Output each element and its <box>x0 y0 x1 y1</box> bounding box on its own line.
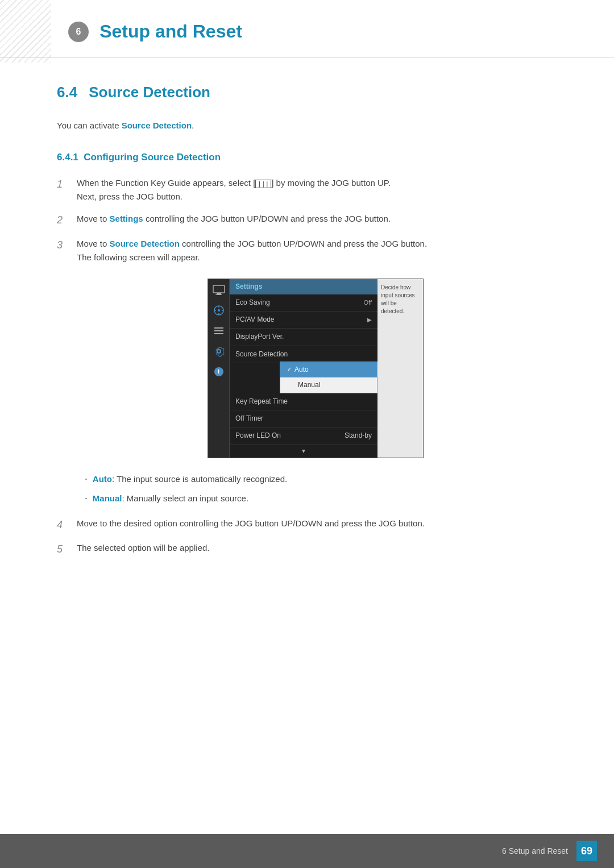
auto-checkmark: ✓ <box>287 365 292 374</box>
monitor-hamburger-icon <box>213 325 225 337</box>
step-number-3: 3 <box>57 237 68 254</box>
intro-end: . <box>192 121 194 130</box>
eco-saving-label: Eco Saving <box>235 297 270 308</box>
chapter-circle: 6 <box>68 22 89 42</box>
monitor-ui-container: i Settings Eco Saving Off PC/AV Mode ▶ D… <box>74 279 557 458</box>
section-number: 6.4 <box>57 81 77 105</box>
monitor-menu: Settings Eco Saving Off PC/AV Mode ▶ Dis… <box>230 279 377 458</box>
monitor-display-icon <box>213 284 225 296</box>
menu-down-arrow: ▼ <box>230 445 377 458</box>
monitor-settings-circle-icon <box>213 304 225 317</box>
power-led-value: Stand-by <box>345 430 372 441</box>
page-title: Setup and Reset <box>99 21 242 41</box>
monitor-ui: i Settings Eco Saving Off PC/AV Mode ▶ D… <box>208 279 424 458</box>
monitor-sidebar-icons: i <box>208 279 230 458</box>
svg-rect-1 <box>217 293 221 294</box>
dropdown-manual: Manual <box>280 377 377 393</box>
eco-saving-value: Off <box>364 298 372 308</box>
step-text-5: The selected option will be applied. <box>77 541 557 555</box>
steps-list: 1 When the Function Key Guide appears, s… <box>57 176 557 264</box>
step-item-4: 4 Move to the desired option controlling… <box>57 517 557 533</box>
menu-item-power-led: Power LED On Stand-by <box>230 427 377 444</box>
bullet-list: • Auto: The input source is automaticall… <box>85 472 557 505</box>
section-title: Source Detection <box>89 81 210 105</box>
svg-rect-0 <box>213 285 225 293</box>
footer-page-number: 69 <box>576 841 597 861</box>
pcav-arrow: ▶ <box>367 315 372 325</box>
intro-paragraph: You can activate Source Detection. <box>57 119 557 132</box>
monitor-tooltip: Decide how input sources will be detecte… <box>377 279 423 458</box>
settings-bold: Settings <box>110 214 143 223</box>
subsection-title: Configuring Source Detection <box>84 152 221 163</box>
bullet-item-manual: • Manual: Manually select an input sourc… <box>85 492 557 505</box>
page-header: 6 Setup and Reset <box>0 0 614 58</box>
hamburger-line-2 <box>214 330 223 331</box>
bullet-dot-auto: • <box>85 476 87 483</box>
step-text-1: When the Function Key Guide appears, sel… <box>77 176 557 203</box>
auto-label: Auto <box>294 364 309 375</box>
step-text-2: Move to Settings controlling the JOG but… <box>77 212 557 226</box>
displayport-label: DisplayPort Ver. <box>235 331 284 342</box>
monitor-gear-icon <box>213 345 225 358</box>
hamburger-line-3 <box>214 333 223 334</box>
step-text-3: Move to Source Detection controlling the… <box>77 237 557 264</box>
key-repeat-label: Key Repeat Time <box>235 396 288 407</box>
svg-rect-2 <box>215 294 222 295</box>
bullet-text-manual: Manual: Manually select an input source. <box>93 492 248 505</box>
subsection-number: 6.4.1 <box>57 152 84 163</box>
page-footer: 6 Setup and Reset 69 <box>0 834 614 868</box>
hamburger-line-1 <box>214 327 223 329</box>
main-content: 6.4 Source Detection You can activate So… <box>0 58 614 614</box>
step-number-5: 5 <box>57 541 68 558</box>
bullet-item-auto: • Auto: The input source is automaticall… <box>85 472 557 486</box>
step-number-1: 1 <box>57 176 68 193</box>
dropdown-auto: ✓ Auto <box>280 362 377 377</box>
source-detection-row: Source Detection <box>230 346 377 363</box>
monitor-info-icon: i <box>213 366 225 378</box>
manual-bold: Manual <box>93 493 122 503</box>
off-timer-label: Off Timer <box>235 413 263 424</box>
source-detection-section: Source Detection ✓ Auto Manual <box>230 346 377 394</box>
menu-item-pcav: PC/AV Mode ▶ <box>230 312 377 329</box>
bullet-dot-manual: • <box>85 495 87 502</box>
intro-bold: Source Detection <box>122 121 192 130</box>
source-detection-bold: Source Detection <box>110 239 180 248</box>
step-item-1: 1 When the Function Key Guide appears, s… <box>57 176 557 203</box>
footer-text: 6 Setup and Reset <box>502 845 568 857</box>
section-heading: 6.4 Source Detection <box>57 81 557 105</box>
intro-text: You can activate <box>57 121 122 130</box>
step-number-2: 2 <box>57 212 68 229</box>
pcav-label: PC/AV Mode <box>235 314 274 325</box>
menu-item-key-repeat: Key Repeat Time <box>230 393 377 410</box>
decorative-stripe <box>0 0 51 63</box>
menu-item-displayport: DisplayPort Ver. <box>230 329 377 346</box>
menu-item-eco-saving: Eco Saving Off <box>230 294 377 312</box>
tooltip-text: Decide how input sources will be detecte… <box>381 284 414 314</box>
source-detection-dropdown: ✓ Auto Manual <box>280 362 377 393</box>
step-item-2: 2 Move to Settings controlling the JOG b… <box>57 212 557 229</box>
bullet-text-auto: Auto: The input source is automatically … <box>93 472 287 486</box>
auto-bold: Auto <box>93 474 112 484</box>
step-item-5: 5 The selected option will be applied. <box>57 541 557 558</box>
subsection-heading: 6.4.1 Configuring Source Detection <box>57 149 557 165</box>
step-item-3: 3 Move to Source Detection controlling t… <box>57 237 557 264</box>
svg-point-4 <box>218 309 220 312</box>
manual-label: Manual <box>298 380 320 391</box>
power-led-label: Power LED On <box>235 430 281 441</box>
menu-item-off-timer: Off Timer <box>230 410 377 427</box>
step-text-4: Move to the desired option controlling t… <box>77 517 557 530</box>
steps-list-456: 4 Move to the desired option controlling… <box>57 517 557 558</box>
source-detection-label: Source Detection <box>235 349 288 360</box>
menu-title: Settings <box>230 279 377 294</box>
step-number-4: 4 <box>57 517 68 533</box>
